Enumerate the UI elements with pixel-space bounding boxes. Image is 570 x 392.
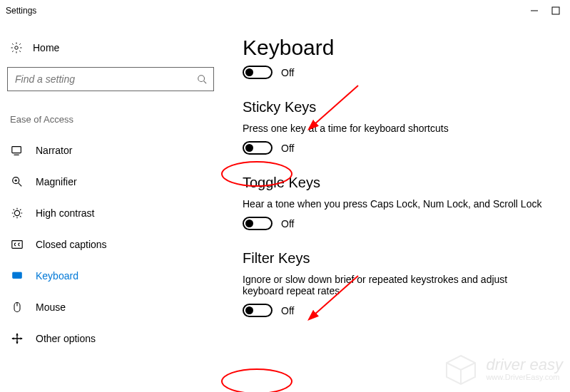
svg-rect-12 [13, 272, 22, 278]
section-title-filter-keys: Filter Keys [243, 250, 556, 267]
svg-rect-1 [552, 7, 559, 14]
sidebar-item-keyboard[interactable]: Keyboard [7, 260, 221, 292]
section-desc: Hear a tone when you press Caps Lock, Nu… [243, 198, 556, 210]
sticky-keys-toggle[interactable] [243, 141, 273, 155]
sidebar-item-mouse[interactable]: Mouse [7, 292, 221, 323]
svg-line-7 [19, 183, 22, 187]
sidebar-item-label: Keyboard [36, 270, 78, 282]
closed-captions-icon [10, 237, 24, 252]
svg-point-10 [14, 210, 19, 215]
svg-line-4 [204, 81, 207, 84]
home-button[interactable]: Home [7, 36, 221, 60]
watermark: driver easy www.DriverEasy.com [443, 352, 563, 388]
sticky-keys-toggle-row: Off [243, 141, 556, 155]
sidebar-item-label: Narrator [36, 145, 72, 156]
annotation-oval [221, 368, 292, 392]
home-label: Home [33, 42, 59, 53]
maximize-button[interactable] [551, 6, 560, 15]
toggle-label: Off [281, 143, 294, 154]
sidebar-item-label: High contrast [36, 207, 94, 219]
search-input[interactable] [7, 67, 214, 91]
high-contrast-icon [10, 206, 24, 220]
watermark-url: www.DriverEasy.com [486, 373, 563, 382]
gear-icon [10, 41, 23, 54]
sidebar-item-closed-captions[interactable]: Closed captions [7, 229, 221, 260]
keyboard-toggle[interactable] [243, 66, 273, 79]
page-title: Keyboard [243, 36, 556, 60]
keyboard-toggle-row: Off [243, 66, 556, 79]
sidebar: Home Ease of Access Narrator Magnifier [0, 21, 228, 392]
cube-icon [443, 352, 479, 388]
toggle-keys-toggle-row: Off [243, 217, 556, 230]
svg-point-2 [15, 46, 19, 50]
search-icon [197, 74, 207, 84]
search-container [7, 67, 214, 91]
mouse-icon [10, 300, 24, 314]
svg-rect-5 [12, 147, 21, 153]
sidebar-item-magnifier[interactable]: Magnifier [7, 166, 221, 197]
filter-keys-toggle-row: Off [243, 304, 556, 317]
section-desc: Ignore or slow down brief or repeated ke… [243, 274, 542, 296]
titlebar: Settings [0, 0, 570, 21]
toggle-label: Off [281, 218, 294, 229]
section-desc: Press one key at a time for keyboard sho… [243, 123, 556, 134]
sidebar-item-label: Other options [36, 333, 96, 344]
section-title-sticky-keys: Sticky Keys [243, 99, 556, 115]
toggle-label: Off [281, 67, 294, 78]
narrator-icon [10, 143, 24, 158]
sidebar-item-label: Mouse [36, 301, 66, 313]
window-controls [530, 6, 564, 15]
sidebar-item-other-options[interactable]: Other options [7, 323, 221, 354]
sidebar-item-high-contrast[interactable]: High contrast [7, 197, 221, 229]
svg-point-3 [198, 76, 205, 82]
sidebar-item-narrator[interactable]: Narrator [7, 135, 221, 166]
sidebar-item-label: Closed captions [36, 239, 107, 250]
toggle-label: Off [281, 305, 294, 316]
group-header: Ease of Access [7, 113, 221, 135]
sidebar-item-label: Magnifier [36, 176, 77, 187]
filter-keys-toggle[interactable] [243, 304, 273, 317]
other-options-icon [10, 331, 24, 346]
main-panel: Keyboard Off Sticky Keys Press one key a… [228, 21, 570, 392]
section-title-toggle-keys: Toggle Keys [243, 175, 556, 191]
watermark-brand: driver easy [486, 357, 563, 373]
magnifier-icon [10, 175, 24, 189]
toggle-keys-toggle[interactable] [243, 217, 273, 230]
window-title: Settings [6, 6, 36, 16]
keyboard-icon [10, 269, 24, 283]
minimize-button[interactable] [530, 6, 539, 15]
svg-rect-11 [12, 241, 22, 249]
